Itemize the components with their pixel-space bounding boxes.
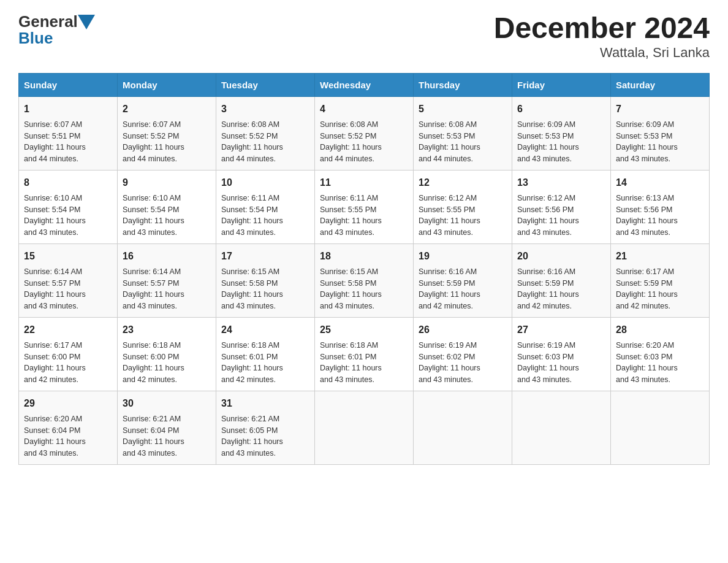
day-number: 30 <box>123 396 211 411</box>
day-number: 5 <box>419 102 507 117</box>
day-number: 6 <box>517 102 605 117</box>
calendar-cell: 28Sunrise: 6:20 AMSunset: 6:03 PMDayligh… <box>611 317 710 391</box>
day-number: 19 <box>419 249 507 264</box>
day-info: Sunrise: 6:12 AMSunset: 5:55 PMDaylight:… <box>419 193 507 239</box>
day-number: 15 <box>24 249 112 264</box>
day-number: 26 <box>419 323 507 337</box>
calendar-cell: 11Sunrise: 6:11 AMSunset: 5:55 PMDayligh… <box>315 170 414 243</box>
day-info: Sunrise: 6:08 AMSunset: 5:53 PMDaylight:… <box>419 119 507 165</box>
calendar-cell: 31Sunrise: 6:21 AMSunset: 6:05 PMDayligh… <box>216 391 315 464</box>
day-info: Sunrise: 6:12 AMSunset: 5:56 PMDaylight:… <box>517 193 605 239</box>
day-number: 2 <box>123 102 211 117</box>
calendar-cell: 29Sunrise: 6:20 AMSunset: 6:04 PMDayligh… <box>19 391 118 464</box>
day-info: Sunrise: 6:18 AMSunset: 6:01 PMDaylight:… <box>320 340 408 386</box>
calendar-cell: 22Sunrise: 6:17 AMSunset: 6:00 PMDayligh… <box>19 317 118 391</box>
day-number: 7 <box>616 102 704 117</box>
calendar-cell: 20Sunrise: 6:16 AMSunset: 5:59 PMDayligh… <box>512 243 611 317</box>
calendar-week-row: 22Sunrise: 6:17 AMSunset: 6:00 PMDayligh… <box>19 317 710 391</box>
day-number: 27 <box>517 323 605 337</box>
day-info: Sunrise: 6:14 AMSunset: 5:57 PMDaylight:… <box>123 266 211 312</box>
day-info: Sunrise: 6:11 AMSunset: 5:55 PMDaylight:… <box>320 193 408 239</box>
header-thursday: Thursday <box>414 73 512 96</box>
day-info: Sunrise: 6:15 AMSunset: 5:58 PMDaylight:… <box>320 266 408 312</box>
day-info: Sunrise: 6:18 AMSunset: 6:00 PMDaylight:… <box>123 340 211 386</box>
day-number: 12 <box>419 175 507 190</box>
calendar-cell: 25Sunrise: 6:18 AMSunset: 6:01 PMDayligh… <box>315 317 414 391</box>
day-number: 20 <box>517 249 605 264</box>
day-info: Sunrise: 6:07 AMSunset: 5:51 PMDaylight:… <box>24 119 112 165</box>
calendar-subtitle: Wattala, Sri Lanka <box>494 45 710 61</box>
calendar-cell: 9Sunrise: 6:10 AMSunset: 5:54 PMDaylight… <box>118 170 216 243</box>
day-number: 31 <box>221 396 309 411</box>
calendar-cell: 16Sunrise: 6:14 AMSunset: 5:57 PMDayligh… <box>118 243 216 317</box>
day-number: 14 <box>616 175 704 190</box>
calendar-cell: 19Sunrise: 6:16 AMSunset: 5:59 PMDayligh… <box>414 243 512 317</box>
calendar-cell <box>315 391 414 464</box>
calendar-cell: 12Sunrise: 6:12 AMSunset: 5:55 PMDayligh… <box>414 170 512 243</box>
calendar-cell <box>414 391 512 464</box>
day-number: 29 <box>24 396 112 411</box>
day-info: Sunrise: 6:08 AMSunset: 5:52 PMDaylight:… <box>320 119 408 165</box>
day-number: 10 <box>221 175 309 190</box>
calendar-week-row: 1Sunrise: 6:07 AMSunset: 5:51 PMDaylight… <box>19 96 710 170</box>
day-number: 25 <box>320 323 408 337</box>
calendar-cell: 1Sunrise: 6:07 AMSunset: 5:51 PMDaylight… <box>19 96 118 170</box>
calendar-cell: 15Sunrise: 6:14 AMSunset: 5:57 PMDayligh… <box>19 243 118 317</box>
day-number: 23 <box>123 323 211 337</box>
day-number: 17 <box>221 249 309 264</box>
calendar-title: December 2024 <box>494 12 710 45</box>
calendar-cell: 5Sunrise: 6:08 AMSunset: 5:53 PMDaylight… <box>414 96 512 170</box>
day-info: Sunrise: 6:13 AMSunset: 5:56 PMDaylight:… <box>616 193 704 239</box>
day-number: 11 <box>320 175 408 190</box>
day-info: Sunrise: 6:17 AMSunset: 6:00 PMDaylight:… <box>24 340 112 386</box>
day-info: Sunrise: 6:10 AMSunset: 5:54 PMDaylight:… <box>123 193 211 239</box>
day-info: Sunrise: 6:09 AMSunset: 5:53 PMDaylight:… <box>616 119 704 165</box>
day-info: Sunrise: 6:16 AMSunset: 5:59 PMDaylight:… <box>517 266 605 312</box>
day-info: Sunrise: 6:09 AMSunset: 5:53 PMDaylight:… <box>517 119 605 165</box>
calendar-week-row: 29Sunrise: 6:20 AMSunset: 6:04 PMDayligh… <box>19 391 710 464</box>
calendar-cell: 7Sunrise: 6:09 AMSunset: 5:53 PMDaylight… <box>611 96 710 170</box>
day-number: 28 <box>616 323 704 337</box>
calendar-cell: 10Sunrise: 6:11 AMSunset: 5:54 PMDayligh… <box>216 170 315 243</box>
logo-blue-text: Blue <box>18 29 53 48</box>
title-block: December 2024 Wattala, Sri Lanka <box>494 12 710 61</box>
day-info: Sunrise: 6:08 AMSunset: 5:52 PMDaylight:… <box>221 119 309 165</box>
day-number: 4 <box>320 102 408 117</box>
calendar-week-row: 15Sunrise: 6:14 AMSunset: 5:57 PMDayligh… <box>19 243 710 317</box>
day-info: Sunrise: 6:18 AMSunset: 6:01 PMDaylight:… <box>221 340 309 386</box>
day-info: Sunrise: 6:20 AMSunset: 6:04 PMDaylight:… <box>24 413 112 459</box>
calendar-cell: 24Sunrise: 6:18 AMSunset: 6:01 PMDayligh… <box>216 317 315 391</box>
day-info: Sunrise: 6:17 AMSunset: 5:59 PMDaylight:… <box>616 266 704 312</box>
day-info: Sunrise: 6:21 AMSunset: 6:05 PMDaylight:… <box>221 413 309 459</box>
day-info: Sunrise: 6:11 AMSunset: 5:54 PMDaylight:… <box>221 193 309 239</box>
day-info: Sunrise: 6:07 AMSunset: 5:52 PMDaylight:… <box>123 119 211 165</box>
svg-marker-0 <box>78 15 95 29</box>
calendar-cell: 17Sunrise: 6:15 AMSunset: 5:58 PMDayligh… <box>216 243 315 317</box>
day-number: 22 <box>24 323 112 337</box>
calendar-cell: 2Sunrise: 6:07 AMSunset: 5:52 PMDaylight… <box>118 96 216 170</box>
day-number: 3 <box>221 102 309 117</box>
day-number: 1 <box>24 102 112 117</box>
calendar-cell <box>512 391 611 464</box>
day-info: Sunrise: 6:16 AMSunset: 5:59 PMDaylight:… <box>419 266 507 312</box>
page-header: General Blue December 2024 Wattala, Sri … <box>18 12 710 61</box>
logo: General Blue <box>18 12 95 48</box>
calendar-table: Sunday Monday Tuesday Wednesday Thursday… <box>18 73 710 465</box>
calendar-cell: 6Sunrise: 6:09 AMSunset: 5:53 PMDaylight… <box>512 96 611 170</box>
calendar-cell: 18Sunrise: 6:15 AMSunset: 5:58 PMDayligh… <box>315 243 414 317</box>
day-number: 16 <box>123 249 211 264</box>
header-wednesday: Wednesday <box>315 73 414 96</box>
header-sunday: Sunday <box>19 73 118 96</box>
calendar-cell: 4Sunrise: 6:08 AMSunset: 5:52 PMDaylight… <box>315 96 414 170</box>
calendar-cell <box>611 391 710 464</box>
day-number: 13 <box>517 175 605 190</box>
header-tuesday: Tuesday <box>216 73 315 96</box>
header-friday: Friday <box>512 73 611 96</box>
header-saturday: Saturday <box>611 73 710 96</box>
day-info: Sunrise: 6:19 AMSunset: 6:03 PMDaylight:… <box>517 340 605 386</box>
calendar-cell: 23Sunrise: 6:18 AMSunset: 6:00 PMDayligh… <box>118 317 216 391</box>
day-info: Sunrise: 6:20 AMSunset: 6:03 PMDaylight:… <box>616 340 704 386</box>
calendar-cell: 3Sunrise: 6:08 AMSunset: 5:52 PMDaylight… <box>216 96 315 170</box>
calendar-cell: 27Sunrise: 6:19 AMSunset: 6:03 PMDayligh… <box>512 317 611 391</box>
day-info: Sunrise: 6:14 AMSunset: 5:57 PMDaylight:… <box>24 266 112 312</box>
